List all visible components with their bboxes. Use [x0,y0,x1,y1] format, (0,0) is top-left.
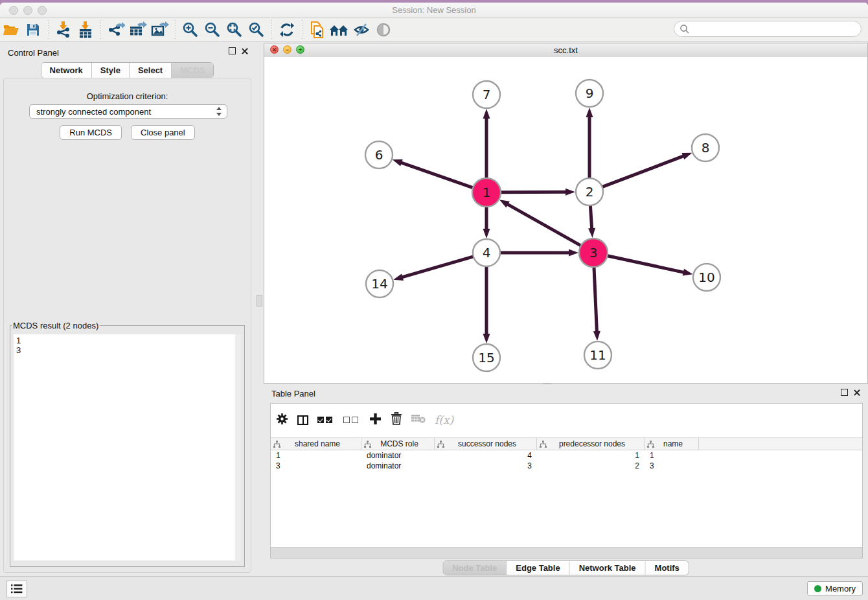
column-label: name [654,439,698,448]
search-field[interactable] [674,21,862,37]
close-table-panel-icon[interactable] [853,389,860,396]
table-cell[interactable]: 2 [537,461,645,470]
edge-3-11[interactable] [594,266,597,332]
attribute-icon [273,441,280,448]
table-settings-button[interactable] [276,413,288,428]
clone-network-button[interactable] [306,20,328,40]
unselect-all-columns-button[interactable] [343,414,360,426]
zoom-in-icon [182,21,199,38]
column-header-shared-name[interactable]: shared name [271,438,361,450]
control-panel-title: Control Panel [8,48,59,58]
function-builder-button[interactable]: f(x) [435,413,453,426]
arrowhead-3-11 [593,331,600,341]
edge-1-2[interactable] [500,192,567,192]
column-header-successor-nodes[interactable]: successor nodes [435,438,537,450]
edge-3-10[interactable] [607,255,685,272]
close-panel-button[interactable]: Close panel [131,125,195,140]
control-panel: Control Panel NetworkStyleSelectMCDS Opt… [0,41,255,577]
zoom-selected-button[interactable] [246,20,268,40]
edge-2-8[interactable] [602,156,685,187]
table-cell[interactable]: 1 [537,451,645,460]
result-scrollbar[interactable] [235,334,241,560]
table-cell[interactable]: 1 [271,451,361,460]
home-button[interactable] [328,20,350,40]
tab-style[interactable]: Style [92,63,130,78]
network-canvas[interactable]: 7968124314101511 [264,57,867,383]
arrowhead-2-9 [586,108,593,117]
toolbar-separator [175,20,176,40]
export-table-button[interactable] [127,20,149,40]
column-header-name[interactable]: name [645,438,699,450]
toolbar-separator [271,20,272,40]
table-cell[interactable]: 3 [645,461,699,470]
memory-button[interactable]: Memory [807,581,863,595]
table-header-row: shared nameMCDS rolesuccessor nodesprede… [271,437,862,450]
open-folder-icon [3,22,19,38]
edge-2-3[interactable] [590,205,591,229]
column-header-mcds-role[interactable]: MCDS role [361,438,435,450]
mcds-result-text[interactable]: 1 3 [14,334,241,560]
vertical-splitter-grip[interactable] [257,295,262,306]
memory-status-icon [814,585,821,592]
table-cell[interactable]: dominator [361,461,435,470]
main-titlebar: Session: New Session [0,3,868,18]
delete-column-button[interactable] [391,412,402,428]
tab-node-table[interactable]: Node Table [443,561,507,575]
eye-button[interactable] [372,20,394,40]
contrast-eye-icon [376,22,391,38]
mcds-result-fieldset: MCDS result (2 nodes) 1 3 [10,321,245,567]
zoom-out-button[interactable] [201,20,223,40]
table-cell[interactable]: 3 [271,461,361,470]
create-column-button[interactable] [369,413,382,428]
table-cell[interactable]: 4 [435,451,537,460]
zoom-in-button[interactable] [179,20,201,40]
save-session-button[interactable] [22,20,44,40]
edge-4-14[interactable] [402,257,474,278]
table-panel: Table Panel [264,386,868,577]
node-label-9: 9 [586,86,594,101]
tab-motifs[interactable]: Motifs [646,561,689,575]
table-tabs: Node TableEdge TableNetwork TableMotifs [442,560,689,575]
zoom-fit-button[interactable] [223,20,246,40]
table-row[interactable]: 3dominator323 [271,461,862,471]
delete-table-button[interactable] [411,413,426,426]
vizmapper-toggle-button[interactable] [350,20,372,40]
network-titlebar[interactable]: ✕ − + scc.txt [264,43,867,58]
select-all-columns-button[interactable] [317,414,334,426]
table-horizontal-scrollbar[interactable] [271,547,862,558]
tab-select[interactable]: Select [130,63,172,78]
export-network-button[interactable] [105,20,127,40]
tab-edge-table[interactable]: Edge Table [507,561,569,575]
attribute-icon [364,441,371,448]
search-input[interactable] [690,23,861,34]
criterion-dropdown[interactable]: strongly connected component [29,104,227,119]
table-cell[interactable]: 3 [435,461,537,470]
import-network-button[interactable] [52,20,74,40]
float-panel-icon[interactable] [229,47,236,54]
edge-1-6[interactable] [400,163,474,189]
optimization-criterion-label: Optimization criterion: [4,91,251,101]
task-history-button[interactable] [6,581,27,597]
column-header-predecessor-nodes[interactable]: predecessor nodes [537,438,645,450]
arrowhead-1-6 [393,159,403,166]
import-table-button[interactable] [74,20,97,40]
table-cell[interactable]: 1 [645,451,699,460]
tab-network[interactable]: Network [41,63,92,78]
export-image-button[interactable] [149,20,171,40]
tab-mcds[interactable]: MCDS [172,63,213,78]
import-network-icon [55,21,72,38]
open-session-button[interactable] [0,20,22,40]
run-mcds-button[interactable]: Run MCDS [60,125,122,140]
float-table-panel-icon[interactable] [841,389,848,396]
close-panel-icon[interactable] [241,47,248,54]
node-table: shared nameMCDS rolesuccessor nodesprede… [271,437,862,471]
refresh-button[interactable] [276,20,298,40]
edge-3-1[interactable] [507,204,581,246]
tab-network-table[interactable]: Network Table [570,561,646,575]
table-cell[interactable]: dominator [361,451,435,460]
export-image-icon [151,21,169,38]
dropdown-stepper-icon [216,106,222,117]
table-row[interactable]: 1dominator411 [271,450,862,461]
network-window: ✕ − + scc.txt 7968124314101511 [264,43,868,384]
show-column-button[interactable] [297,415,308,425]
